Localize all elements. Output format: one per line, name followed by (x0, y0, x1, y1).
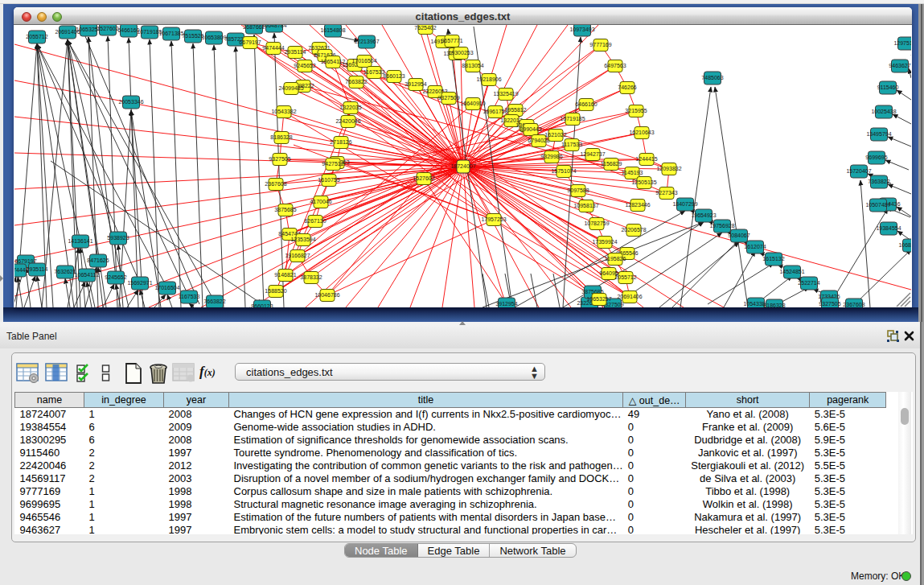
svg-text:14136141: 14136141 (68, 238, 92, 244)
svg-text:9699695: 9699695 (865, 154, 887, 160)
svg-text:1195826: 1195826 (605, 256, 626, 262)
svg-text:12213967: 12213967 (354, 39, 379, 44)
svg-text:8186328: 8186328 (763, 303, 785, 307)
svg-text:2935114: 2935114 (27, 266, 48, 272)
svg-text:3875685: 3875685 (274, 207, 296, 212)
svg-text:1612074: 1612074 (744, 244, 766, 249)
svg-text:7632621: 7632621 (54, 269, 76, 274)
svg-text:20691406: 20691406 (617, 294, 642, 299)
svg-text:2935114: 2935114 (285, 49, 306, 55)
svg-text:17016504: 17016504 (351, 58, 376, 64)
svg-text:5938923: 5938923 (107, 235, 129, 241)
svg-text:10653257: 10653257 (586, 296, 611, 302)
svg-text:6497563: 6497563 (604, 63, 626, 68)
svg-text:13495794: 13495794 (866, 131, 891, 137)
svg-text:8186328: 8186328 (270, 134, 292, 140)
svg-text:3878332: 3878332 (300, 274, 322, 280)
svg-text:8660123: 8660123 (251, 303, 273, 307)
svg-text:1588520: 1588520 (265, 288, 286, 294)
svg-text:8813054: 8813054 (462, 63, 483, 68)
svg-text:10543382: 10543382 (271, 109, 296, 114)
svg-text:1167533: 1167533 (179, 294, 200, 299)
svg-text:19756928: 19756928 (709, 223, 734, 229)
svg-text:7663822: 7663822 (203, 299, 225, 304)
svg-text:3912954: 3912954 (405, 81, 426, 87)
svg-text:14524851: 14524851 (779, 269, 804, 274)
svg-text:9097588: 9097588 (567, 187, 589, 193)
svg-text:15720407: 15720407 (846, 168, 871, 174)
svg-text:16210643: 16210643 (629, 130, 654, 135)
svg-text:9327505: 9327505 (819, 301, 840, 307)
svg-text:6794028: 6794028 (528, 138, 549, 143)
svg-text:19300253: 19300253 (448, 50, 473, 56)
svg-text:15692971: 15692971 (127, 280, 152, 286)
svg-text:10507487: 10507487 (865, 202, 890, 208)
svg-text:3912954: 3912954 (495, 301, 517, 307)
svg-text:1167533: 1167533 (363, 69, 385, 75)
svg-text:19166827: 19166827 (285, 253, 310, 258)
svg-text:9657771: 9657771 (441, 38, 462, 43)
svg-text:10782759: 10782759 (584, 220, 609, 226)
svg-text:7485063: 7485063 (701, 75, 723, 80)
svg-text:3215955: 3215955 (625, 108, 647, 113)
svg-text:746266: 746266 (618, 84, 636, 90)
svg-text:8660123: 8660123 (383, 73, 405, 79)
svg-text:9474444: 9474444 (262, 45, 284, 51)
svg-text:20053346: 20053346 (118, 99, 143, 105)
svg-text:2718126: 2718126 (330, 139, 351, 145)
svg-text:12823446: 12823446 (625, 202, 650, 208)
svg-text:10046786: 10046786 (314, 292, 339, 298)
svg-text:17359924: 17359924 (592, 239, 617, 245)
svg-text:9327509: 9327509 (437, 95, 459, 101)
svg-text:17957253: 17957253 (481, 216, 506, 222)
svg-text:12505135: 12505135 (631, 179, 656, 185)
svg-text:7625402: 7625402 (414, 25, 436, 31)
svg-text:13325419: 13325419 (493, 91, 518, 97)
svg-text:1117533: 1117533 (561, 142, 582, 147)
svg-text:15751074: 15751074 (551, 168, 576, 174)
svg-text:9777169: 9777169 (589, 42, 611, 47)
svg-text:9084067: 9084067 (728, 233, 749, 238)
svg-text:19218906: 19218906 (476, 76, 501, 82)
svg-text:9245652: 9245652 (105, 274, 126, 280)
svg-text:4170046: 4170046 (310, 199, 331, 204)
svg-text:16648784: 16648784 (261, 25, 286, 28)
svg-text:2522714: 2522714 (798, 280, 819, 286)
svg-text:1527602: 1527602 (97, 26, 118, 31)
svg-text:1244415: 1244415 (635, 156, 657, 162)
svg-text:9329986: 9329986 (540, 154, 562, 159)
svg-text:1621022: 1621022 (544, 132, 566, 138)
svg-text:2055712: 2055712 (26, 34, 47, 39)
svg-text:12942737: 12942737 (580, 151, 605, 157)
svg-text:1610755: 1610755 (318, 177, 339, 183)
svg-text:9463627: 9463627 (889, 63, 910, 68)
svg-text:7955812: 7955812 (504, 107, 526, 113)
svg-text:10025438: 10025438 (871, 109, 896, 114)
svg-text:10653809: 10653809 (201, 35, 226, 40)
svg-text:1527602: 1527602 (413, 175, 434, 181)
svg-text:1615132: 1615132 (762, 256, 784, 262)
svg-text:20206578: 20206578 (621, 227, 646, 233)
svg-text:1145193: 1145193 (622, 170, 643, 175)
svg-text:18407299: 18407299 (672, 201, 697, 207)
svg-text:9146821: 9146821 (274, 272, 296, 278)
svg-text:10671385: 10671385 (158, 31, 183, 36)
svg-text:10688609: 10688609 (898, 242, 911, 248)
svg-text:18724007: 18724007 (450, 163, 475, 169)
svg-text:10958137: 10958137 (573, 203, 598, 208)
svg-text:2367608: 2367608 (843, 302, 864, 307)
svg-text:16154808: 16154808 (320, 27, 345, 33)
svg-text:9227343: 9227343 (655, 190, 677, 196)
svg-text:9245652: 9245652 (294, 63, 315, 68)
svg-text:12975125: 12975125 (893, 40, 911, 46)
svg-text:1322035: 1322035 (339, 105, 361, 110)
svg-text:8267130: 8267130 (304, 218, 326, 224)
svg-text:7363822: 7363822 (868, 179, 889, 184)
svg-text:2055712: 2055712 (614, 274, 636, 280)
svg-text:6679197: 6679197 (239, 39, 261, 45)
svg-text:10973493: 10973493 (569, 27, 594, 32)
svg-text:19654923: 19654923 (691, 212, 716, 218)
svg-text:1156829: 1156829 (601, 161, 622, 167)
svg-text:24099485: 24099485 (278, 85, 303, 91)
svg-text:12353594: 12353594 (290, 237, 315, 242)
